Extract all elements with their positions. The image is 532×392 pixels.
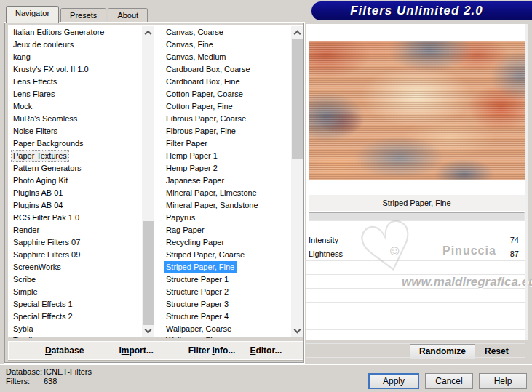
category-list-item[interactable]: RCS Filter Pak 1.0 (11, 212, 141, 224)
tab[interactable]: About (108, 8, 148, 23)
chevron-down-icon (145, 327, 152, 334)
filter-list-item[interactable]: Mineral Paper, Sandstone (164, 199, 290, 212)
category-list-item[interactable]: Photo Aging Kit (11, 175, 141, 187)
toolbar-button[interactable]: Filter Info... (181, 345, 243, 356)
filter-list-item[interactable]: Canvas, Coarse (164, 26, 290, 39)
filter-list-item[interactable]: Fibrous Paper, Fine (164, 125, 290, 137)
navigator-tab-page: Italian Editors GeneratoreJeux de couleu… (4, 22, 305, 364)
filter-list[interactable]: Canvas, CoarseCanvas, FineCanvas, Medium… (164, 26, 290, 337)
scroll-down-button[interactable] (291, 325, 303, 337)
category-list-item[interactable]: Paper Backgrounds (11, 137, 141, 150)
category-list-item[interactable]: kang (11, 51, 141, 63)
title-banner-text: Filters Unlimited 2.0 (311, 4, 522, 18)
filter-list-item-clipped[interactable]: Wallpaper, Fine (164, 335, 290, 338)
filter-list-item[interactable]: Hemp Paper 2 (164, 162, 290, 175)
status-info: Database: ICNET-Filters Filters: 638 (6, 367, 92, 386)
parameter-sliders: Intensity 74 Lightness 87 (306, 233, 525, 261)
category-list-item[interactable]: Noise Filters (11, 125, 141, 137)
filter-list-item[interactable]: Wallpaper, Coarse (164, 323, 290, 335)
bottom-separator (0, 364, 532, 365)
filter-list-item[interactable]: Cotton Paper, Fine (164, 100, 290, 113)
progress-bar (309, 212, 525, 221)
tab[interactable]: Presets (60, 8, 106, 23)
selected-filter-caption: Striped Paper, Fine (309, 195, 525, 211)
category-list-item[interactable]: Scribe (11, 273, 141, 286)
parameter-slider-row[interactable]: Lightness 87 (306, 247, 525, 261)
filter-list-item[interactable]: Structure Paper 4 (164, 311, 290, 323)
scrollbar-thumb[interactable] (143, 221, 154, 325)
lists-panel: Italian Editors GeneratoreJeux de couleu… (8, 25, 303, 337)
category-list-item[interactable]: MuRa's Seamless (11, 113, 141, 125)
chevron-up-icon (145, 31, 152, 38)
category-list-item[interactable]: Special Effects 2 (11, 311, 141, 323)
category-list-item[interactable]: Mock (11, 100, 141, 113)
toolbar-button[interactable]: Editor... (242, 345, 289, 356)
category-list-item[interactable]: Plugins AB 04 (11, 199, 141, 212)
reset-button[interactable]: Reset (485, 346, 509, 356)
scrollbar-thumb[interactable] (292, 39, 303, 159)
category-list-item[interactable]: Italian Editors Generatore (11, 26, 141, 39)
filter-list-item[interactable]: Canvas, Fine (164, 39, 290, 51)
filter-list-item[interactable]: Striped Paper, Coarse (164, 249, 290, 261)
filter-list-item[interactable]: Papyrus (164, 212, 290, 224)
category-list-item[interactable]: Krusty's FX vol. II 1.0 (11, 63, 141, 76)
filter-list-item[interactable]: Structure Paper 1 (164, 273, 290, 286)
category-list-item[interactable]: Lens Effects (11, 76, 141, 88)
parameter-value: 87 (510, 247, 519, 260)
category-list-item[interactable]: Sybia (11, 323, 141, 335)
randomize-button[interactable]: Randomize (410, 344, 475, 359)
filter-list-item[interactable]: Striped Paper, Fine (164, 261, 290, 273)
filter-list-item[interactable]: Filter Paper (164, 137, 290, 150)
tab[interactable]: Navigator (6, 6, 59, 23)
category-list-item[interactable]: Plugins AB 01 (11, 187, 141, 199)
status-row: Database: ICNET-Filters (6, 367, 92, 377)
filter-list-item[interactable]: Recycling Paper (164, 236, 290, 249)
filter-list-item[interactable]: Mineral Paper, Limestone (164, 187, 290, 199)
parameter-label: Intensity (309, 233, 338, 247)
category-list[interactable]: Italian Editors GeneratoreJeux de couleu… (11, 26, 141, 337)
filter-scrollbar[interactable] (291, 26, 303, 337)
category-list-item[interactable]: Sapphire Filters 09 (11, 249, 141, 261)
parameter-label: Lightness (309, 247, 343, 260)
filter-list-item[interactable]: Japanese Paper (164, 175, 290, 187)
apply-button[interactable]: Apply (368, 373, 419, 389)
category-list-item[interactable]: ScreenWorks (11, 261, 141, 273)
filter-list-item[interactable]: Rag Paper (164, 224, 290, 236)
scroll-up-button[interactable] (291, 26, 303, 39)
category-list-item[interactable]: Lens Flares (11, 88, 141, 100)
filter-list-item[interactable]: Structure Paper 2 (164, 286, 290, 298)
help-button[interactable]: Help (479, 373, 527, 389)
scroll-up-button[interactable] (142, 26, 154, 39)
filter-list-item[interactable]: Hemp Paper 1 (164, 150, 290, 162)
status-label: Filters: (6, 377, 44, 386)
scroll-down-button[interactable] (142, 325, 154, 337)
filter-list-item[interactable]: Canvas, Medium (164, 51, 290, 63)
filter-list-item[interactable]: Fibrous Paper, Coarse (164, 113, 290, 125)
status-label: Database: (6, 367, 44, 377)
category-list-item[interactable]: Sapphire Filters 07 (11, 236, 141, 249)
category-list-item[interactable]: Special Effects 1 (11, 298, 141, 311)
category-list-item[interactable]: Paper Textures (11, 150, 141, 162)
toolbar-button[interactable]: Import... (111, 345, 160, 356)
filter-list-item[interactable]: Cotton Paper, Coarse (164, 88, 290, 100)
filter-list-item[interactable]: Cardboard Box, Coarse (164, 63, 290, 76)
parameter-value: 74 (510, 233, 519, 247)
tab-bar: NavigatorPresetsAbout (6, 6, 149, 23)
category-list-item[interactable]: Jeux de couleurs (11, 39, 141, 51)
category-scrollbar[interactable] (142, 26, 154, 337)
status-value: 638 (44, 377, 57, 386)
cancel-button[interactable]: Cancel (425, 373, 473, 389)
title-banner: Filters Unlimited 2.0 (311, 1, 532, 20)
category-list-item[interactable]: Simple (11, 286, 141, 298)
category-list-item[interactable]: Pattern Generators (11, 162, 141, 175)
database-toolbar: DatabaseImport...Filter Info...Editor... (8, 341, 303, 360)
parameter-slider-row[interactable]: Intensity 74 (306, 233, 525, 247)
chevron-up-icon (294, 31, 301, 38)
filter-list-item[interactable]: Cardboard Box, Fine (164, 76, 290, 88)
filter-list-item[interactable]: Structure Paper 3 (164, 298, 290, 311)
settings-scrollbar[interactable] (525, 24, 528, 340)
filters-unlimited-dialog: Filters Unlimited 2.0 NavigatorPresetsAb… (0, 0, 532, 392)
category-list-item-clipped[interactable]: Toadies (11, 335, 141, 338)
category-list-item[interactable]: Render (11, 224, 141, 236)
toolbar-button[interactable]: Database (38, 345, 91, 356)
